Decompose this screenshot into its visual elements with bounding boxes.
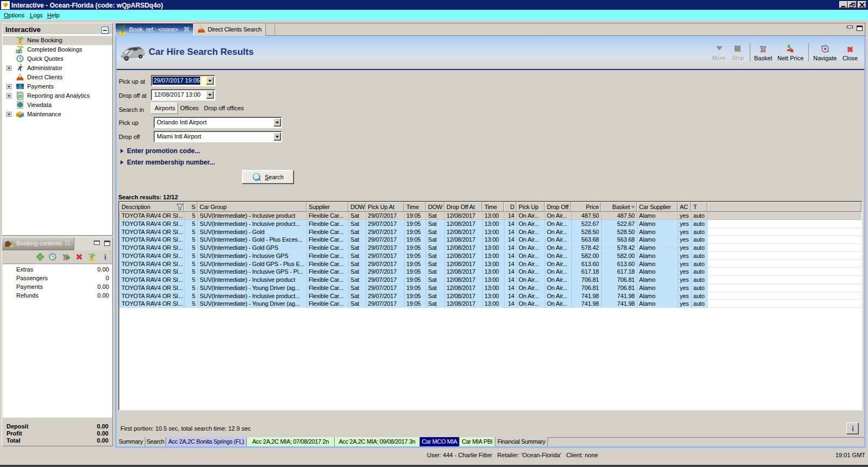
svg-text:i: i xyxy=(852,425,854,433)
svg-text:$: $ xyxy=(18,84,22,90)
svg-text:i: i xyxy=(104,253,106,261)
